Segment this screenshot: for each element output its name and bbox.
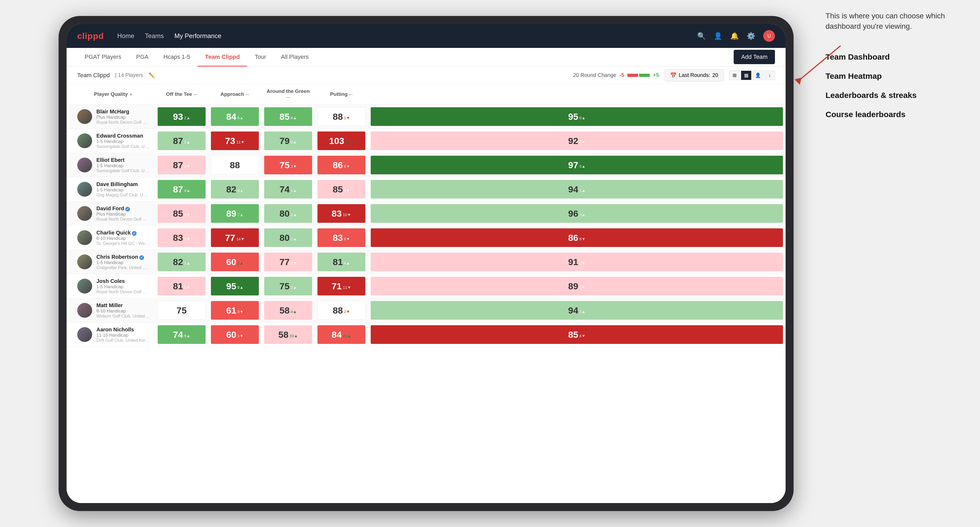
view-grid-icon[interactable]: ⊞: [729, 71, 740, 80]
player-avatar-img: [77, 133, 92, 148]
view-download-icon[interactable]: ↓: [764, 71, 775, 80]
ipad-screen: clippd Home Teams My Performance 🔍 👤 🔔 ⚙…: [67, 24, 786, 503]
metric-value: 87: [173, 184, 183, 195]
player-details: Chris Robertson✓ 1-5 Handicap Craigmilla…: [96, 254, 150, 270]
player-avatar-img: [77, 327, 92, 342]
metric-value: 71: [332, 281, 342, 291]
player-handicap: Plus Handicap: [96, 211, 150, 217]
player-details: Aaron Nicholls 11-15 Handicap Drift Golf…: [96, 327, 150, 343]
player-cell[interactable]: Dave Billingham 1-5 Handicap Gog Magog G…: [67, 177, 155, 202]
metric-change: 3▼: [184, 164, 190, 168]
metric-putting: 95 9▲: [368, 105, 786, 129]
metric-box: 74 1▲: [264, 180, 312, 198]
sort-arrow-tee[interactable]: —: [194, 92, 197, 97]
view-person-icon[interactable]: 👤: [752, 71, 763, 80]
tab-team-clippd[interactable]: Team Clippd: [197, 48, 247, 67]
metric-around: 84 21▲: [315, 322, 368, 347]
bar-red: [627, 74, 638, 77]
sort-arrow-around[interactable]: —: [286, 95, 290, 100]
player-cell[interactable]: Josh Coles 1-5 Handicap Royal North Devo…: [67, 274, 155, 298]
nav-teams[interactable]: Teams: [145, 32, 164, 40]
metric-tee: 95 8▲: [208, 274, 261, 298]
annotation-arrow: [775, 39, 850, 92]
app-logo[interactable]: clippd: [77, 31, 104, 41]
metric-box: 81 4▲: [317, 252, 365, 271]
metric-value: 81: [173, 281, 183, 291]
metric-player_quality: 75: [155, 298, 208, 322]
player-details: Edward Crossman 1-5 Handicap Sunningdale…: [96, 133, 150, 149]
metric-box: 61 3▼: [211, 301, 259, 320]
player-cell[interactable]: Aaron Nicholls 11-15 Handicap Drift Golf…: [67, 322, 155, 347]
avatar[interactable]: U: [763, 30, 775, 42]
tab-pgat-players[interactable]: PGAT Players: [77, 48, 129, 67]
col-header-tee: Off the Tee —: [155, 84, 208, 105]
bell-icon[interactable]: 🔔: [730, 32, 739, 40]
metric-approach: 75 3▼: [261, 153, 315, 177]
player-details: Elliot Ebert 1-5 Handicap Sunningdale Go…: [96, 157, 150, 173]
nav-home[interactable]: Home: [117, 32, 134, 40]
player-club: Royal North Devon Golf Club, United King…: [96, 290, 150, 294]
metric-change: 3▲: [579, 213, 585, 217]
player-cell[interactable]: Edward Crossman 1-5 Handicap Sunningdale…: [67, 129, 155, 153]
search-icon[interactable]: 🔍: [697, 32, 706, 40]
add-team-button[interactable]: Add Team: [733, 50, 775, 64]
player-cell[interactable]: David Ford✓ Plus Handicap Royal North De…: [67, 202, 155, 226]
metric-change: 6▲: [237, 116, 243, 120]
metric-change: 1▼: [237, 333, 243, 338]
person-icon[interactable]: 👤: [714, 32, 722, 40]
metric-change: 2▲: [291, 285, 297, 290]
sort-arrow-approach[interactable]: —: [245, 92, 249, 97]
metric-change: 3▼: [291, 261, 297, 265]
metric-value: 74: [173, 330, 183, 340]
metric-approach: 58 4▲: [261, 298, 315, 322]
edit-icon[interactable]: ✏️: [149, 72, 155, 78]
player-cell[interactable]: Blair McHarg Plus Handicap Royal North D…: [67, 105, 155, 129]
sort-arrow-putting[interactable]: —: [349, 92, 353, 97]
player-name: Aaron Nicholls: [96, 327, 150, 333]
player-cell[interactable]: Elliot Ebert 1-5 Handicap Sunningdale Go…: [67, 153, 155, 177]
player-cell[interactable]: Matt Miller 6-10 Handicap Woburn Golf Cl…: [67, 298, 155, 322]
metric-player_quality: 85 3▼: [155, 202, 208, 226]
player-avatar: [77, 133, 92, 148]
metric-box: 85 3▼: [158, 204, 205, 223]
metric-approach: 85 8▲: [261, 105, 315, 129]
player-details: Josh Coles 1-5 Handicap Royal North Devo…: [96, 278, 150, 294]
last-rounds-button[interactable]: 📅 Last Rounds: 20: [664, 69, 724, 81]
nav-my-performance[interactable]: My Performance: [174, 32, 221, 40]
metric-change: 7▲: [237, 213, 243, 217]
metric-value: 83: [332, 233, 343, 243]
player-info: Blair McHarg Plus Handicap Royal North D…: [77, 109, 150, 125]
tab-hcaps[interactable]: Hcaps 1-5: [156, 48, 197, 67]
metric-change: 21▲: [343, 333, 351, 338]
player-cell[interactable]: Chris Robertson✓ 1-5 Handicap Craigmilla…: [67, 250, 155, 274]
metric-value: 86: [332, 160, 343, 170]
metric-change: 1▲: [184, 140, 190, 144]
view-table-icon[interactable]: ▦: [741, 71, 751, 80]
view-icons: ⊞ ▦ 👤 ↓: [729, 71, 775, 80]
sort-arrow-player[interactable]: ▼: [129, 92, 133, 97]
table-row: Elliot Ebert 1-5 Handicap Sunningdale Go…: [67, 153, 786, 177]
settings-icon[interactable]: ⚙️: [747, 32, 755, 40]
player-avatar: [77, 303, 92, 318]
metric-putting: 92 3▼: [368, 129, 786, 153]
tab-tour[interactable]: Tour: [247, 48, 274, 67]
player-cell[interactable]: Charlie Quick✓ 6-10 Handicap St. George'…: [67, 226, 155, 250]
metric-tee: 77 14▼: [208, 226, 261, 250]
metric-around: 71 11▼: [315, 274, 368, 298]
player-club: Woburn Golf Club, United Kingdom: [96, 314, 150, 319]
player-avatar-img: [77, 303, 92, 318]
metric-box: 75 2▲: [264, 277, 312, 295]
metric-value: 60: [226, 330, 236, 340]
metric-box: 83 3▼: [158, 229, 205, 247]
metric-value: 92: [568, 136, 578, 146]
tab-pga[interactable]: PGA: [129, 48, 156, 67]
metric-approach: 58 10▲: [261, 322, 315, 347]
tab-all-players[interactable]: All Players: [274, 48, 316, 67]
metric-tee: 89 7▲: [208, 202, 261, 226]
metric-box: 84 21▲: [317, 325, 365, 344]
table-row: Charlie Quick✓ 6-10 Handicap St. George'…: [67, 226, 786, 250]
metric-tee: 60 1▼: [208, 322, 261, 347]
metric-putting: 89 2▼: [368, 274, 786, 298]
metric-change: 2▲: [184, 116, 190, 120]
svg-marker-1: [794, 78, 802, 85]
